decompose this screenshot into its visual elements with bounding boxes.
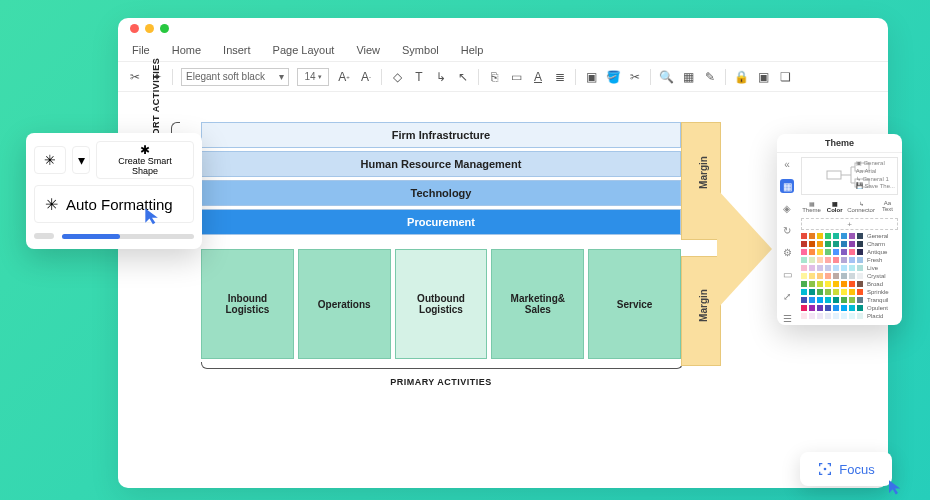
menu-file[interactable]: File — [132, 44, 150, 56]
swatch[interactable] — [849, 305, 855, 311]
swatch[interactable] — [825, 249, 831, 255]
swatch[interactable] — [841, 297, 847, 303]
swatch[interactable] — [825, 297, 831, 303]
swatch[interactable] — [857, 249, 863, 255]
cursor-icon[interactable]: ↖ — [456, 70, 470, 84]
swatch[interactable] — [841, 313, 847, 319]
minimize-icon[interactable] — [145, 24, 154, 33]
table-icon[interactable]: ▦ — [681, 70, 695, 84]
swatch[interactable] — [801, 233, 807, 239]
swatch[interactable] — [801, 265, 807, 271]
group-icon[interactable]: ▣ — [756, 70, 770, 84]
swatch[interactable] — [833, 305, 839, 311]
swatch[interactable] — [833, 241, 839, 247]
swatch[interactable] — [833, 289, 839, 295]
swatch[interactable] — [817, 305, 823, 311]
swatch[interactable] — [809, 313, 815, 319]
canvas[interactable]: SUPPORT ACTIVITIES Firm Infrastructure H… — [118, 92, 888, 488]
menu-help[interactable]: Help — [461, 44, 484, 56]
tab-text[interactable]: AaText — [877, 198, 898, 215]
swatch[interactable] — [809, 281, 815, 287]
swatch[interactable] — [841, 289, 847, 295]
swatch[interactable] — [825, 305, 831, 311]
theme-preview[interactable]: ▣ General Aa Arial ↳ General 1 💾 Save Th… — [801, 157, 898, 195]
bar-procurement[interactable]: Procurement — [201, 209, 681, 235]
tab-connector[interactable]: ↳Connector — [847, 198, 875, 215]
swatch[interactable] — [825, 289, 831, 295]
swatch-row[interactable]: General — [801, 233, 898, 239]
font-size-select[interactable]: 14▾ — [297, 68, 329, 86]
swatch[interactable] — [825, 265, 831, 271]
swatch[interactable] — [817, 241, 823, 247]
layer-icon[interactable]: ❏ — [778, 70, 792, 84]
box-operations[interactable]: Operations — [298, 249, 391, 359]
swatch[interactable] — [817, 249, 823, 255]
swatch[interactable] — [849, 265, 855, 271]
swatch[interactable] — [809, 233, 815, 239]
bar-firm-infrastructure[interactable]: Firm Infrastructure — [201, 122, 681, 148]
swatch[interactable] — [809, 273, 815, 279]
swatch[interactable] — [841, 265, 847, 271]
swatch[interactable] — [841, 233, 847, 239]
swatch-row[interactable]: Placid — [801, 313, 898, 319]
swatch[interactable] — [817, 273, 823, 279]
create-smart-shape-button[interactable]: ✱ Create Smart Shape — [96, 141, 194, 179]
swatch[interactable] — [833, 257, 839, 263]
swatch[interactable] — [849, 249, 855, 255]
swatch[interactable] — [809, 241, 815, 247]
slider-track[interactable] — [62, 234, 194, 239]
swatch[interactable] — [801, 249, 807, 255]
box-marketing-sales[interactable]: Marketing& Sales — [491, 249, 584, 359]
dropdown-button[interactable]: ▾ — [72, 146, 90, 174]
swatch[interactable] — [849, 281, 855, 287]
swatch[interactable] — [841, 257, 847, 263]
bucket-icon[interactable]: 🪣 — [606, 70, 620, 84]
crop-icon[interactable]: ✂ — [628, 70, 642, 84]
lock-icon[interactable]: 🔒 — [734, 70, 748, 84]
swatch[interactable] — [841, 305, 847, 311]
bar-hr-management[interactable]: Human Resource Management — [201, 151, 681, 177]
swatch-row[interactable]: Broad — [801, 281, 898, 287]
swatch[interactable] — [849, 241, 855, 247]
swatch[interactable] — [825, 241, 831, 247]
back-icon[interactable]: « — [780, 157, 794, 171]
swatch[interactable] — [857, 281, 863, 287]
swatch[interactable] — [801, 305, 807, 311]
box-outbound-logistics[interactable]: Outbound Logistics — [395, 249, 488, 359]
swatch[interactable] — [849, 297, 855, 303]
focus-button[interactable]: Focus — [800, 452, 892, 486]
link-icon[interactable]: ⎘ — [487, 70, 501, 84]
text-icon[interactable]: T — [412, 70, 426, 84]
swatch[interactable] — [849, 257, 855, 263]
menu-page-layout[interactable]: Page Layout — [273, 44, 335, 56]
swatch[interactable] — [857, 257, 863, 263]
connector-icon[interactable]: ↳ — [434, 70, 448, 84]
tab-color[interactable]: ▦Color — [824, 198, 845, 215]
menu-symbol[interactable]: Symbol — [402, 44, 439, 56]
swatch[interactable] — [817, 257, 823, 263]
swatch[interactable] — [809, 265, 815, 271]
swatch[interactable] — [841, 241, 847, 247]
swatch[interactable] — [801, 313, 807, 319]
menu-insert[interactable]: Insert — [223, 44, 251, 56]
swatch[interactable] — [809, 297, 815, 303]
auto-formatting-button[interactable]: ✳ Auto Formatting — [34, 185, 194, 223]
format-slider[interactable] — [34, 231, 194, 241]
swatch[interactable] — [833, 273, 839, 279]
bar-technology[interactable]: Technology — [201, 180, 681, 206]
swatch[interactable] — [841, 249, 847, 255]
swatch[interactable] — [809, 257, 815, 263]
swatch[interactable] — [833, 265, 839, 271]
swatch-row[interactable]: Opulent — [801, 305, 898, 311]
menu-home[interactable]: Home — [172, 44, 201, 56]
pen-icon[interactable]: ✎ — [703, 70, 717, 84]
swatch[interactable] — [801, 281, 807, 287]
page-icon[interactable]: ▭ — [780, 267, 794, 281]
swatch-row[interactable]: Fresh — [801, 257, 898, 263]
smart-toggle-button[interactable]: ✳ — [34, 146, 66, 174]
swatch[interactable] — [817, 289, 823, 295]
swatch[interactable] — [809, 289, 815, 295]
swatch[interactable] — [857, 313, 863, 319]
swatch[interactable] — [833, 313, 839, 319]
maximize-icon[interactable] — [160, 24, 169, 33]
